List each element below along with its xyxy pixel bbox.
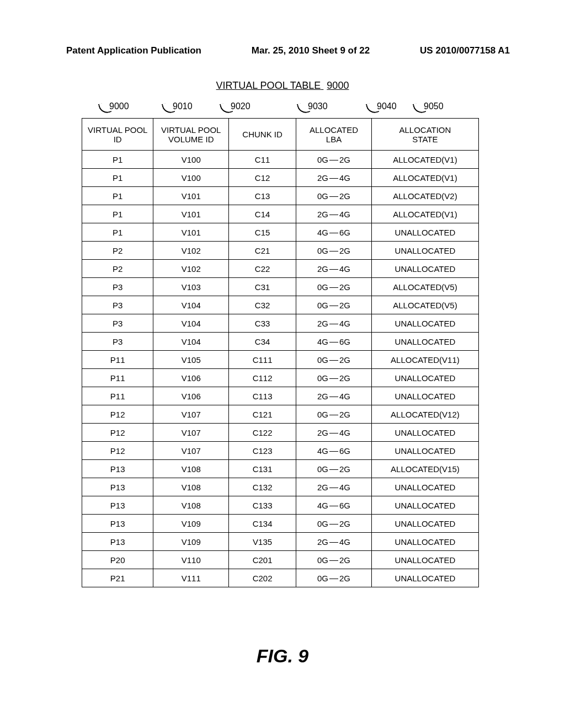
table-row: P12V107C1234G6GUNALLOCATED xyxy=(82,442,479,460)
cell-vol: V109 xyxy=(153,515,229,533)
cell-pool: P12 xyxy=(82,442,153,460)
cell-state: UNALLOCATED xyxy=(371,515,478,533)
cell-chunk: C31 xyxy=(229,278,296,296)
table-row: P12V107C1210G2GALLOCATED(V12) xyxy=(82,405,479,424)
cell-vol: V108 xyxy=(153,478,229,496)
cell-state: UNALLOCATED xyxy=(371,478,478,496)
cell-chunk: C201 xyxy=(229,551,296,569)
cell-vol: V102 xyxy=(153,260,229,278)
cell-chunk: C13 xyxy=(229,187,296,205)
cell-pool: P2 xyxy=(82,242,153,260)
table-row: P13V108C1310G2GALLOCATED(V15) xyxy=(82,460,479,478)
cell-vol: V106 xyxy=(153,369,229,387)
cell-vol: V104 xyxy=(153,314,229,333)
table-row: P1V101C142G4GALLOCATED(V1) xyxy=(82,205,479,223)
cell-pool: P1 xyxy=(82,151,153,169)
virtual-pool-table: VIRTUAL POOL ID VIRTUAL POOL VOLUME ID C… xyxy=(82,118,479,587)
cell-chunk: C33 xyxy=(229,314,296,333)
cell-pool: P3 xyxy=(82,278,153,296)
cell-lba: 2G4G xyxy=(296,424,372,442)
cell-vol: V107 xyxy=(153,442,229,460)
col-allocation-state: ALLOCATION STATE xyxy=(371,119,478,151)
header-left: Patent Application Publication xyxy=(66,45,201,56)
table-row: P1V100C110G2GALLOCATED(V1) xyxy=(82,151,479,169)
table-row: P3V103C310G2GALLOCATED(V5) xyxy=(82,278,479,296)
cell-lba: 2G4G xyxy=(296,533,372,551)
cell-chunk: C14 xyxy=(229,205,296,223)
cell-chunk: C131 xyxy=(229,460,296,478)
cell-chunk: C133 xyxy=(229,496,296,515)
table-row: P3V104C344G6GUNALLOCATED xyxy=(82,333,479,351)
title-number: 9000 xyxy=(327,80,349,91)
cell-pool: P13 xyxy=(82,533,153,551)
cell-pool: P2 xyxy=(82,260,153,278)
cell-chunk: C21 xyxy=(229,242,296,260)
cell-pool: P11 xyxy=(82,351,153,369)
cell-chunk: V135 xyxy=(229,533,296,551)
table-row: P13V109V1352G4GUNALLOCATED xyxy=(82,533,479,551)
callout-9000: 9000 xyxy=(99,99,129,113)
table-row: P1V101C130G2GALLOCATED(V2) xyxy=(82,187,479,205)
table-row: P1V101C154G6GUNALLOCATED xyxy=(82,223,479,242)
cell-pool: P3 xyxy=(82,296,153,314)
cell-pool: P13 xyxy=(82,496,153,515)
cell-pool: P3 xyxy=(82,333,153,351)
cell-vol: V101 xyxy=(153,223,229,242)
cell-lba: 0G2G xyxy=(296,242,372,260)
cell-chunk: C12 xyxy=(229,169,296,187)
cell-vol: V107 xyxy=(153,405,229,424)
cell-chunk: C123 xyxy=(229,442,296,460)
cell-chunk: C134 xyxy=(229,515,296,533)
cell-chunk: C112 xyxy=(229,369,296,387)
cell-lba: 0G2G xyxy=(296,460,372,478)
cell-chunk: C22 xyxy=(229,260,296,278)
title-label: VIRTUAL POOL TABLE xyxy=(216,80,321,91)
cell-chunk: C111 xyxy=(229,351,296,369)
table-header-row: VIRTUAL POOL ID VIRTUAL POOL VOLUME ID C… xyxy=(82,119,479,151)
table-row: P11V106C1132G4GUNALLOCATED xyxy=(82,387,479,405)
cell-vol: V103 xyxy=(153,278,229,296)
table-row: P13V108C1334G6GUNALLOCATED xyxy=(82,496,479,515)
cell-pool: P1 xyxy=(82,205,153,223)
cell-chunk: C32 xyxy=(229,296,296,314)
cell-vol: V111 xyxy=(153,569,229,587)
cell-vol: V105 xyxy=(153,351,229,369)
cell-pool: P13 xyxy=(82,460,153,478)
cell-state: ALLOCATED(V5) xyxy=(371,296,478,314)
page-header: Patent Application Publication Mar. 25, … xyxy=(66,45,510,56)
cell-vol: V100 xyxy=(153,169,229,187)
cell-lba: 4G6G xyxy=(296,223,372,242)
cell-lba: 2G4G xyxy=(296,205,372,223)
cell-chunk: C15 xyxy=(229,223,296,242)
cell-state: ALLOCATED(V12) xyxy=(371,405,478,424)
cell-state: ALLOCATED(V15) xyxy=(371,460,478,478)
cell-lba: 0G2G xyxy=(296,405,372,424)
cell-state: ALLOCATED(V11) xyxy=(371,351,478,369)
cell-pool: P13 xyxy=(82,478,153,496)
cell-lba: 0G2G xyxy=(296,369,372,387)
cell-vol: V101 xyxy=(153,205,229,223)
col-allocated-lba: ALLOCATED LBA xyxy=(296,119,372,151)
cell-lba: 0G2G xyxy=(296,151,372,169)
cell-pool: P3 xyxy=(82,314,153,333)
cell-vol: V104 xyxy=(153,333,229,351)
cell-vol: V108 xyxy=(153,460,229,478)
cell-state: UNALLOCATED xyxy=(371,333,478,351)
table-row: P2V102C210G2GUNALLOCATED xyxy=(82,242,479,260)
table-row: P13V109C1340G2GUNALLOCATED xyxy=(82,515,479,533)
callout-row: 9000 9010 9020 9030 9040 9050 xyxy=(77,99,497,117)
cell-lba: 0G2G xyxy=(296,278,372,296)
cell-lba: 2G4G xyxy=(296,478,372,496)
cell-pool: P12 xyxy=(82,405,153,424)
cell-chunk: C122 xyxy=(229,424,296,442)
cell-pool: P1 xyxy=(82,187,153,205)
col-virtual-pool-volume-id: VIRTUAL POOL VOLUME ID xyxy=(153,119,229,151)
cell-lba: 2G4G xyxy=(296,387,372,405)
cell-state: UNALLOCATED xyxy=(371,242,478,260)
cell-state: ALLOCATED(V1) xyxy=(371,205,478,223)
table-row: P1V100C122G4GALLOCATED(V1) xyxy=(82,169,479,187)
cell-vol: V106 xyxy=(153,387,229,405)
cell-state: UNALLOCATED xyxy=(371,424,478,442)
table-row: P13V108C1322G4GUNALLOCATED xyxy=(82,478,479,496)
cell-lba: 4G6G xyxy=(296,496,372,515)
